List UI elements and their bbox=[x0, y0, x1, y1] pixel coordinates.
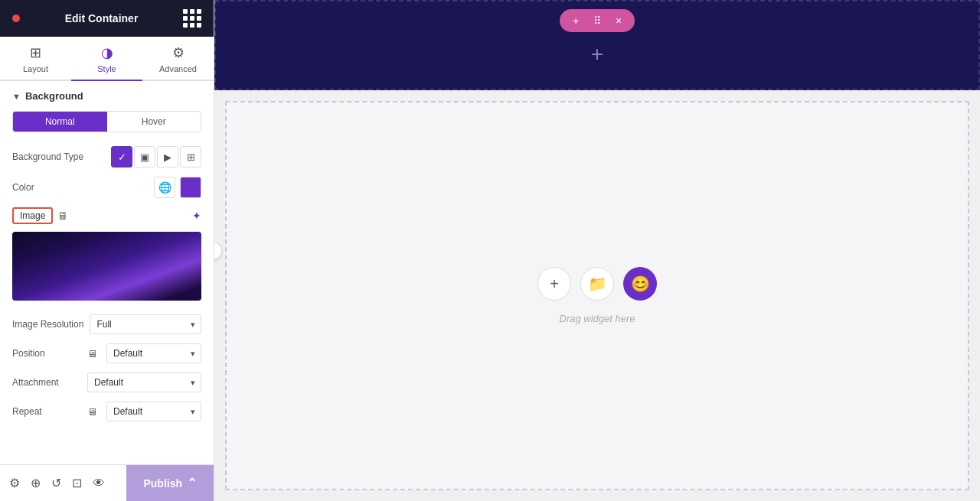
attachment-select[interactable]: Default Scroll Fixed bbox=[87, 372, 201, 392]
bg-type-video-btn[interactable]: ▶ bbox=[157, 146, 178, 168]
panel-header: Edit Container bbox=[0, 0, 214, 37]
background-type-row: Background Type ✓ ▣ ▶ ⊞ bbox=[0, 142, 214, 172]
canvas-bottom-container: + 📁 😊 Drag widget here bbox=[225, 101, 969, 490]
publish-label: Publish bbox=[143, 477, 182, 490]
publish-chevron-icon: ⌃ bbox=[187, 476, 197, 490]
repeat-responsive-icon: 🖥 bbox=[87, 406, 97, 418]
toolbar-icons: ⚙ ⊕ ↺ ⊡ 👁 bbox=[0, 476, 126, 490]
panel-content: ▼ Background Normal Hover Background Typ… bbox=[0, 81, 214, 501]
position-label: Position bbox=[12, 348, 81, 359]
global-color-btn[interactable]: 🌐 bbox=[154, 177, 175, 198]
tab-layout-label: Layout bbox=[23, 64, 48, 73]
attachment-label: Attachment bbox=[12, 377, 81, 388]
color-swatch[interactable] bbox=[180, 177, 201, 198]
attachment-select-wrap: Default Scroll Fixed bbox=[87, 372, 201, 392]
responsive-icon[interactable]: 🖥 bbox=[57, 210, 68, 222]
close-container-btn[interactable]: × bbox=[610, 12, 627, 29]
right-canvas: ‹ + ⠿ × + + 📁 😊 Drag widget here bbox=[214, 0, 980, 501]
settings-icon[interactable]: ⚙ bbox=[9, 476, 20, 490]
elementor-btn[interactable]: 😊 bbox=[623, 267, 657, 301]
position-row: Position 🖥 Default Center Center Top Lef… bbox=[0, 339, 214, 368]
image-preview[interactable] bbox=[12, 232, 201, 301]
image-label-btn[interactable]: Image bbox=[12, 207, 53, 224]
color-label: Color bbox=[12, 182, 81, 193]
attachment-row: Attachment Default Scroll Fixed bbox=[0, 368, 214, 397]
position-responsive-icon: 🖥 bbox=[87, 348, 97, 359]
panel-tabs: ⊞ Layout ◑ Style ⚙ Advanced bbox=[0, 37, 214, 81]
drag-widget-text: Drag widget here bbox=[560, 313, 635, 324]
window-dot bbox=[12, 15, 20, 22]
layout-icon: ⊞ bbox=[30, 44, 41, 61]
hover-toggle-btn[interactable]: Hover bbox=[107, 112, 201, 132]
image-resolution-select-wrap: Full Large Medium Thumbnail bbox=[90, 314, 201, 334]
color-controls: 🌐 bbox=[154, 177, 201, 198]
image-row: Image 🖥 ✦ bbox=[0, 203, 214, 229]
style-icon: ◑ bbox=[101, 44, 113, 61]
drag-handle-icon[interactable]: ⠿ bbox=[589, 12, 606, 29]
advanced-icon: ⚙ bbox=[172, 44, 185, 61]
templates-btn[interactable]: 📁 bbox=[580, 267, 614, 301]
image-preview-inner bbox=[12, 232, 201, 301]
normal-toggle-btn[interactable]: Normal bbox=[13, 112, 107, 132]
section-collapse-icon: ▼ bbox=[12, 92, 21, 101]
position-select-wrap: Default Center Center Top Left Top Right bbox=[106, 343, 201, 363]
repeat-label: Repeat bbox=[12, 406, 81, 417]
repeat-row: Repeat 🖥 Default No-repeat Repeat Repeat… bbox=[0, 397, 214, 426]
add-widget-btn[interactable]: + bbox=[537, 267, 571, 301]
panel-title: Edit Container bbox=[65, 12, 139, 24]
canvas-container-toolbar: + ⠿ × bbox=[560, 9, 635, 32]
tab-style[interactable]: ◑ Style bbox=[71, 37, 142, 81]
history-icon[interactable]: ↺ bbox=[51, 476, 61, 490]
hamburger-icon[interactable] bbox=[183, 9, 201, 28]
duplicate-icon[interactable]: ⊡ bbox=[72, 476, 82, 490]
image-resolution-row: Image Resolution Full Large Medium Thumb… bbox=[0, 310, 214, 339]
tab-advanced-label: Advanced bbox=[159, 64, 197, 73]
repeat-select[interactable]: Default No-repeat Repeat Repeat-x Repeat… bbox=[106, 402, 201, 421]
bg-type-slideshow-btn[interactable]: ⊞ bbox=[180, 146, 201, 168]
add-container-btn[interactable]: + bbox=[567, 12, 584, 29]
tab-advanced[interactable]: ⚙ Advanced bbox=[142, 37, 214, 81]
image-preview-container: ⬅ 1 bbox=[0, 232, 214, 301]
background-section-title: Background bbox=[25, 90, 83, 102]
image-resolution-select[interactable]: Full Large Medium Thumbnail bbox=[90, 314, 201, 334]
normal-hover-toggle: Normal Hover bbox=[12, 111, 201, 132]
canvas-top-container[interactable]: + ⠿ × + bbox=[214, 0, 980, 90]
bottom-toolbar: ⚙ ⊕ ↺ ⊡ 👁 Publish ⌃ bbox=[0, 464, 214, 501]
tab-style-label: Style bbox=[97, 64, 116, 73]
position-select[interactable]: Default Center Center Top Left Top Right bbox=[106, 343, 201, 363]
image-resolution-label: Image Resolution bbox=[12, 319, 83, 330]
background-type-label: Background Type bbox=[12, 151, 83, 162]
background-section-header[interactable]: ▼ Background bbox=[0, 81, 214, 108]
dynamic-link-icon[interactable]: ✦ bbox=[192, 210, 201, 222]
color-row: Color 🌐 bbox=[0, 172, 214, 203]
left-panel: Edit Container ⊞ Layout ◑ Style ⚙ Advanc… bbox=[0, 0, 214, 501]
collapse-panel-btn[interactable]: ‹ bbox=[214, 242, 222, 260]
eye-icon[interactable]: 👁 bbox=[93, 477, 105, 490]
canvas-top-add-btn[interactable]: + bbox=[591, 42, 603, 67]
bg-type-gradient-btn[interactable]: ▣ bbox=[134, 146, 155, 168]
repeat-select-wrap: Default No-repeat Repeat Repeat-x Repeat… bbox=[106, 402, 201, 421]
publish-button[interactable]: Publish ⌃ bbox=[126, 465, 214, 502]
bg-type-color-btn[interactable]: ✓ bbox=[111, 146, 132, 168]
bg-type-group: ✓ ▣ ▶ ⊞ bbox=[111, 146, 201, 168]
tab-layout[interactable]: ⊞ Layout bbox=[0, 37, 71, 81]
layers-icon[interactable]: ⊕ bbox=[31, 476, 41, 490]
widget-actions: + 📁 😊 bbox=[537, 267, 657, 301]
